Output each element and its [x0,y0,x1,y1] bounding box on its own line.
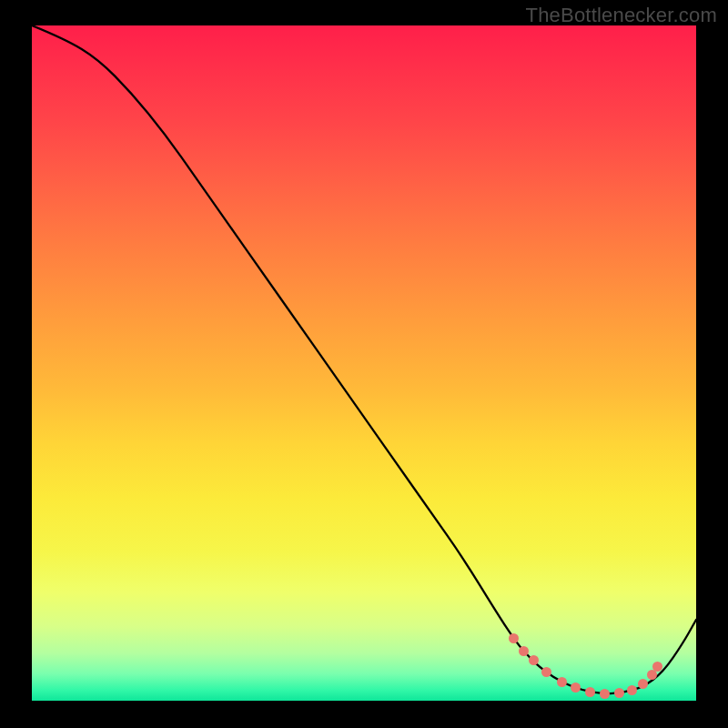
watermark-text: TheBottlenecker.com [526,4,717,27]
optimal-marker [509,633,519,643]
optimal-marker [557,677,567,687]
plot-area [32,25,696,701]
optimal-marker [614,688,624,698]
optimal-marker [647,670,657,680]
optimal-marker [529,655,539,665]
optimal-marker [600,689,610,699]
optimal-marker [571,682,581,693]
chart-frame: TheBottlenecker.com [0,0,728,728]
optimal-marker [638,679,648,689]
optimal-marker [519,646,529,656]
optimal-marker [541,667,551,677]
optimal-marker [652,662,662,672]
optimal-marker [585,687,595,697]
marker-layer [32,25,696,701]
optimal-marker [627,685,637,695]
